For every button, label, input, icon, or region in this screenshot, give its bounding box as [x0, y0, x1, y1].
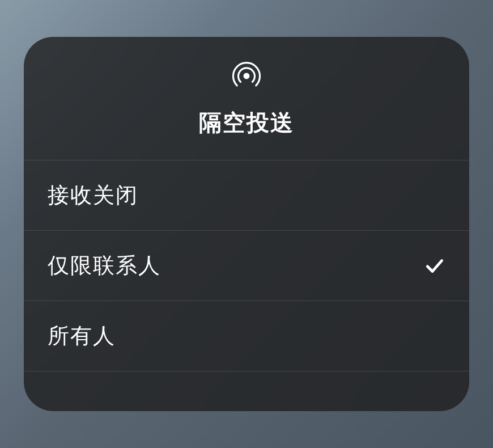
option-contacts-only[interactable]: 仅限联系人 — [24, 231, 469, 301]
option-label: 仅限联系人 — [48, 251, 161, 280]
option-label: 所有人 — [48, 322, 116, 350]
option-label: 接收关闭 — [48, 181, 138, 210]
option-everyone[interactable]: 所有人 — [24, 301, 469, 371]
airdrop-panel: 隔空投送 接收关闭 仅限联系人 所有人 — [24, 37, 469, 411]
airdrop-header: 隔空投送 — [24, 37, 469, 160]
airdrop-icon — [230, 60, 263, 92]
option-receiving-off[interactable]: 接收关闭 — [24, 160, 469, 231]
checkmark-icon — [424, 255, 445, 277]
svg-point-0 — [244, 73, 250, 79]
airdrop-title: 隔空投送 — [199, 107, 294, 138]
